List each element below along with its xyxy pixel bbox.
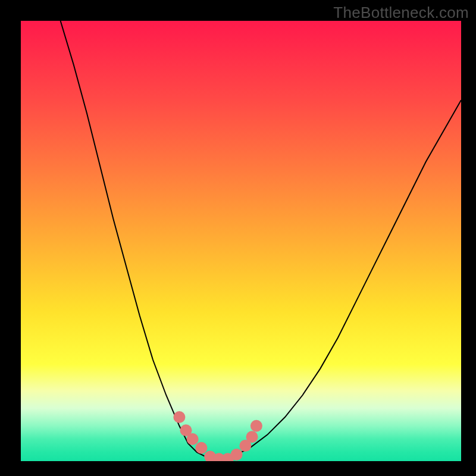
chart-svg (21, 21, 461, 461)
markers-group (173, 411, 262, 461)
marker-dot (173, 411, 185, 423)
curve-right-branch (215, 100, 461, 461)
curve-left-branch (61, 21, 215, 461)
curve-group (61, 21, 461, 461)
watermark-text: TheBottleneck.com (333, 4, 469, 22)
plot-area (21, 21, 461, 461)
marker-dot (187, 433, 199, 445)
marker-dot (231, 449, 243, 461)
marker-dot (250, 420, 262, 432)
outer-frame: TheBottleneck.com (0, 0, 476, 476)
marker-dot (195, 442, 207, 454)
marker-dot (246, 431, 258, 443)
